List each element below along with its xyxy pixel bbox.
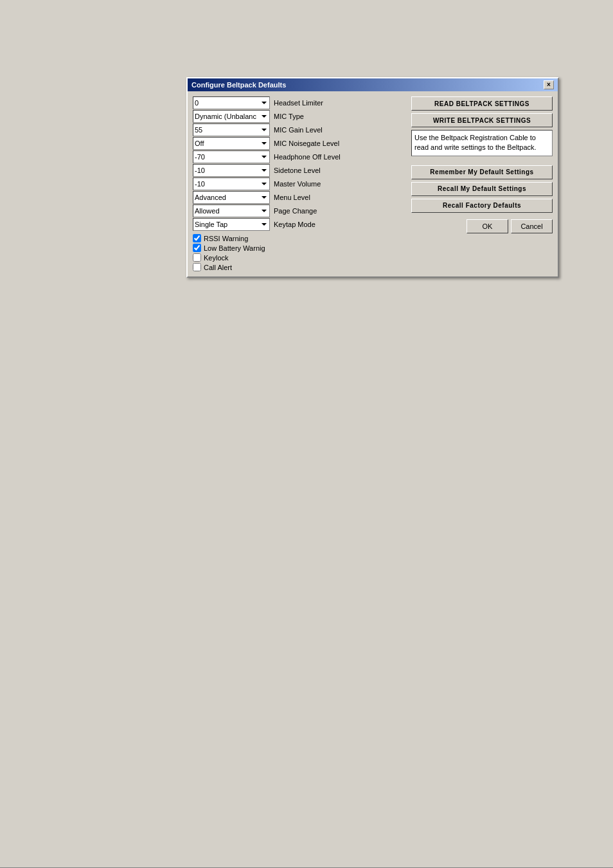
field-row-mic-noisegate-level: OffMIC Noisegate Level	[193, 137, 406, 150]
cancel-button[interactable]: Cancel	[511, 219, 553, 233]
sidetone-level-select[interactable]: -10	[193, 164, 270, 177]
keytap-mode-label: Keytap Mode	[274, 221, 315, 228]
master-volume-select[interactable]: -10	[193, 177, 270, 190]
keylock-checkbox[interactable]	[193, 253, 201, 262]
master-volume-label: Master Volume	[274, 180, 321, 188]
checkbox-row-low-battery-warning: Low Battery Warnig	[193, 244, 406, 252]
headphone-off-level-label: Headphone Off Level	[274, 153, 341, 161]
dialog-titlebar: Configure Beltpack Defaults ×	[188, 78, 558, 91]
field-row-mic-type: Dynamic (UnbalancMIC Type	[193, 110, 406, 123]
read-beltpack-button[interactable]: READ BELTPACK SETTINGS	[411, 96, 553, 111]
right-section-top: READ BELTPACK SETTINGS WRITE BELTPACK SE…	[411, 96, 553, 156]
checkbox-row-call-alert: Call Alert	[193, 263, 406, 271]
left-panel: 0Headset LimiterDynamic (UnbalancMIC Typ…	[193, 96, 406, 271]
field-row-headphone-off-level: -70Headphone Off Level	[193, 150, 406, 163]
checkbox-rows-container: RSSI WarningLow Battery WarnigKeylockCal…	[193, 233, 406, 271]
field-row-master-volume: -10Master Volume	[193, 177, 406, 190]
keylock-label: Keylock	[204, 254, 229, 262]
sidetone-level-label: Sidetone Level	[274, 167, 321, 174]
call-alert-checkbox[interactable]	[193, 263, 201, 271]
field-rows-container: 0Headset LimiterDynamic (UnbalancMIC Typ…	[193, 96, 406, 231]
keytap-mode-select[interactable]: Single Tap	[193, 218, 270, 231]
low-battery-warning-checkbox[interactable]	[193, 244, 201, 252]
recall-factory-button[interactable]: Recall Factory Defaults	[411, 199, 553, 213]
checkbox-row-rssi-warning: RSSI Warning	[193, 234, 406, 242]
mic-type-label: MIC Type	[274, 113, 304, 120]
mic-noisegate-level-select[interactable]: Off	[193, 137, 270, 150]
dialog-body: 0Headset LimiterDynamic (UnbalancMIC Typ…	[188, 91, 558, 276]
ok-button[interactable]: OK	[466, 219, 508, 233]
field-row-headset-limiter: 0Headset Limiter	[193, 96, 406, 109]
right-section-bottom: Remember My Default Settings Recall My D…	[411, 165, 553, 213]
mic-gain-level-select[interactable]: 55	[193, 123, 270, 136]
dialog-title: Configure Beltpack Defaults	[191, 81, 286, 89]
field-row-page-change: AllowedPage Change	[193, 204, 406, 217]
rssi-warning-checkbox[interactable]	[193, 234, 201, 242]
info-box: Use the Beltpack Registration Cable to r…	[411, 130, 553, 156]
field-row-menu-level: AdvancedMenu Level	[193, 191, 406, 204]
recall-defaults-button[interactable]: Recall My Default Settings	[411, 182, 553, 196]
field-row-sidetone-level: -10Sidetone Level	[193, 164, 406, 177]
checkbox-row-keylock: Keylock	[193, 253, 406, 262]
page-change-select[interactable]: Allowed	[193, 204, 270, 217]
mic-gain-level-label: MIC Gain Level	[274, 126, 323, 134]
headphone-off-level-select[interactable]: -70	[193, 150, 270, 163]
mic-type-select[interactable]: Dynamic (Unbalanc	[193, 110, 270, 123]
write-beltpack-button[interactable]: WRITE BELTPACK SETTINGS	[411, 113, 553, 127]
mic-noisegate-level-label: MIC Noisegate Level	[274, 140, 339, 147]
menu-level-label: Menu Level	[274, 194, 310, 201]
headset-limiter-select[interactable]: 0	[193, 96, 270, 109]
page-change-label: Page Change	[274, 207, 317, 215]
call-alert-label: Call Alert	[204, 264, 232, 271]
remember-defaults-button[interactable]: Remember My Default Settings	[411, 165, 553, 179]
headset-limiter-label: Headset Limiter	[274, 99, 323, 107]
right-panel: READ BELTPACK SETTINGS WRITE BELTPACK SE…	[411, 96, 553, 271]
rssi-warning-label: RSSI Warning	[204, 235, 248, 242]
field-row-mic-gain-level: 55MIC Gain Level	[193, 123, 406, 136]
field-row-keytap-mode: Single TapKeytap Mode	[193, 218, 406, 231]
configure-beltpack-dialog: Configure Beltpack Defaults × 0Headset L…	[186, 77, 559, 278]
menu-level-select[interactable]: Advanced	[193, 191, 270, 204]
low-battery-warning-label: Low Battery Warnig	[204, 244, 265, 252]
close-button[interactable]: ×	[544, 80, 554, 89]
bottom-buttons: OK Cancel	[411, 219, 553, 233]
